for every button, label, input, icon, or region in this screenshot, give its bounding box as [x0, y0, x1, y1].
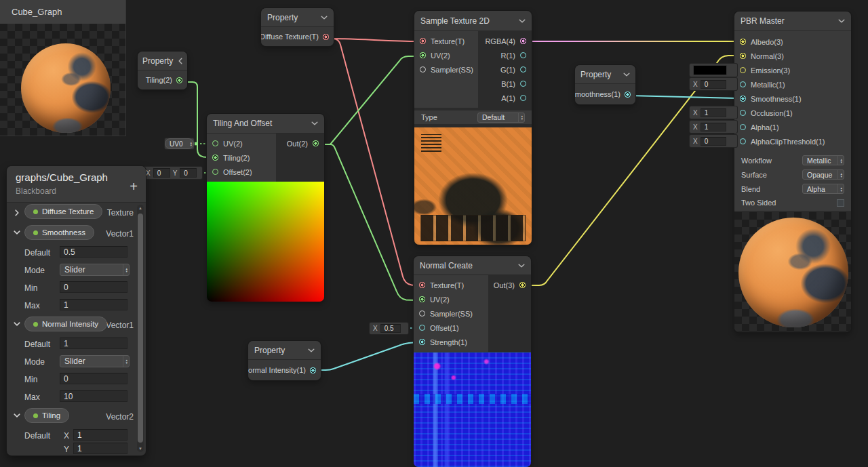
port-r1[interactable]: R(1): [478, 48, 532, 62]
port-uv2[interactable]: UV(2): [207, 136, 276, 150]
port-dot-sampler[interactable]: [419, 310, 425, 317]
port-dot-vector3[interactable]: [740, 53, 746, 59]
port-emission[interactable]: Emission(3): [734, 63, 851, 77]
expander-down-icon[interactable]: [14, 413, 20, 418]
node-normal-create[interactable]: Normal Create Texture(T) UV(2) Sampler(S…: [414, 256, 531, 467]
port-alpha[interactable]: Alpha(1): [734, 120, 851, 134]
scroll-up-icon[interactable]: ▲: [137, 206, 144, 210]
wire-smoothness-to-pbr[interactable]: [629, 96, 737, 98]
port-occlusion[interactable]: Occlusion(1): [734, 106, 851, 120]
port-texture[interactable]: Texture(T): [414, 34, 478, 48]
port-dot-vector1[interactable]: [740, 96, 746, 102]
node-header[interactable]: Sample Texture 2D: [414, 11, 532, 31]
two-sided-checkbox[interactable]: [837, 199, 844, 207]
port-albedo[interactable]: Albedo(3): [734, 35, 851, 49]
node-header[interactable]: Normal Create: [414, 256, 531, 275]
alphaclip-field[interactable]: 0: [701, 137, 726, 146]
node-property-tiling[interactable]: Property Tiling(2): [138, 52, 187, 89]
default-field[interactable]: 0.5: [60, 246, 127, 258]
port-dot-texture[interactable]: [420, 38, 426, 44]
master-preview-window[interactable]: Cube_Graph: [0, 0, 125, 136]
uv-channel-widget[interactable]: UV0 ▴▾: [165, 138, 194, 149]
uv-channel-dropdown[interactable]: UV0 ▴▾: [165, 138, 194, 149]
y-field[interactable]: 0: [180, 168, 197, 178]
port-dot-vector2[interactable]: [212, 169, 218, 175]
port-metallic[interactable]: Metallic(1): [734, 77, 851, 92]
node-header[interactable]: Property: [138, 52, 187, 70]
port-dot-vector2[interactable]: [212, 140, 218, 146]
master-preview-viewport[interactable]: [0, 24, 125, 136]
emission-color-widget[interactable]: [690, 64, 737, 77]
port-dot-vector3[interactable]: [740, 39, 746, 45]
chevron-down-icon[interactable]: [838, 19, 845, 23]
port-dot-vector1[interactable]: [520, 81, 526, 87]
chevron-down-icon[interactable]: [518, 264, 525, 268]
port-dot-vector1[interactable]: [419, 339, 425, 345]
normal-offset-widget[interactable]: X 0.5: [370, 323, 408, 334]
port-normal[interactable]: Normal(3): [734, 49, 851, 63]
port-dot-vector1[interactable]: [520, 95, 526, 101]
max-field[interactable]: 1: [60, 299, 127, 310]
x-field[interactable]: 0: [153, 168, 170, 178]
property-pill-smoothness[interactable]: Smoothness: [24, 225, 94, 240]
port-b1[interactable]: B(1): [478, 77, 532, 91]
port-strength1[interactable]: Strength(1): [414, 335, 488, 349]
port-row-smoothness-out[interactable]: Smoothness(1): [575, 84, 635, 104]
blend-dropdown[interactable]: Alpha ▴▾: [802, 184, 844, 194]
wire-diffuse-to-sampletexture[interactable]: [326, 39, 418, 41]
node-property-smoothness[interactable]: Property Smoothness(1): [575, 65, 635, 104]
min-field[interactable]: 0: [60, 373, 127, 384]
port-g1[interactable]: G(1): [478, 62, 532, 77]
wire-out2-to-sample-uv[interactable]: [317, 56, 418, 144]
alphaclip-default-widget[interactable]: X 0: [690, 135, 737, 147]
chevron-down-icon[interactable]: [623, 73, 630, 77]
x-field[interactable]: 1: [73, 429, 127, 441]
property-pill-tiling[interactable]: Tiling: [24, 408, 69, 423]
mode-dropdown[interactable]: Slider ▴▾: [60, 264, 130, 276]
port-row-normal-intensity-out[interactable]: Normal Intensity(1): [248, 360, 321, 380]
node-property-diffuse[interactable]: Property Diffuse Texture(T): [261, 8, 334, 46]
port-dot-vector2[interactable]: [176, 77, 182, 83]
node-pbr-master[interactable]: PBR Master Albedo(3) Normal(3) Emission(…: [734, 12, 851, 332]
max-field[interactable]: 10: [60, 390, 127, 402]
alpha-field[interactable]: 1: [701, 123, 726, 131]
master-preview-title-bar[interactable]: Cube_Graph: [0, 0, 125, 24]
port-uv[interactable]: UV(2): [414, 48, 478, 62]
scrollbar-thumb[interactable]: [138, 214, 143, 443]
mode-dropdown[interactable]: Slider ▴▾: [60, 355, 130, 367]
port-dot-vector2[interactable]: [313, 140, 319, 146]
type-dropdown[interactable]: Default ▴▾: [477, 113, 525, 123]
surface-dropdown[interactable]: Opaque ▴▾: [802, 169, 844, 180]
port-dot-vector2[interactable]: [419, 296, 425, 302]
chevron-down-icon[interactable]: [519, 19, 526, 23]
workflow-dropdown[interactable]: Metallic ▴▾: [802, 155, 844, 165]
expander-right-icon[interactable]: [15, 209, 19, 216]
property-pill-normal-intensity[interactable]: Normal Intensity: [24, 317, 107, 331]
port-offset2[interactable]: Offset(2): [207, 165, 276, 179]
port-sampler[interactable]: Sampler(SS): [414, 306, 488, 321]
port-offset1[interactable]: Offset(1): [414, 321, 488, 335]
port-dot-vector2[interactable]: [212, 155, 218, 161]
expander-down-icon[interactable]: [14, 230, 20, 235]
port-tiling2[interactable]: Tiling(2): [207, 150, 276, 165]
port-a1[interactable]: A(1): [478, 91, 532, 105]
port-dot-vector1[interactable]: [740, 124, 746, 130]
port-dot-vector1[interactable]: [520, 66, 526, 73]
port-uv[interactable]: UV(2): [414, 292, 488, 306]
port-row-tiling-out[interactable]: Tiling(2): [138, 70, 187, 89]
node-header[interactable]: Tiling And Offset: [207, 114, 324, 134]
blackboard-panel[interactable]: graphs/Cube_Graph Blackboard + Texture D…: [7, 166, 146, 455]
port-dot-texture[interactable]: [323, 34, 329, 40]
min-field[interactable]: 0: [60, 281, 127, 293]
node-property-normal-intensity[interactable]: Property Normal Intensity(1): [248, 341, 321, 380]
offset-field[interactable]: 0.5: [380, 324, 401, 333]
port-dot-vector3[interactable]: [740, 67, 746, 73]
port-dot-vector1[interactable]: [419, 325, 425, 331]
port-dot-vector1[interactable]: [520, 52, 526, 58]
chevron-down-icon[interactable]: [311, 121, 318, 125]
shader-graph-canvas[interactable]: Property Tiling(2) Property Diffuse Text…: [0, 0, 868, 467]
default-field[interactable]: 1: [60, 338, 127, 349]
blackboard-scrollbar[interactable]: ▲ ▼: [137, 205, 144, 452]
metallic-field[interactable]: 0: [701, 80, 726, 89]
add-property-button[interactable]: +: [130, 180, 138, 193]
